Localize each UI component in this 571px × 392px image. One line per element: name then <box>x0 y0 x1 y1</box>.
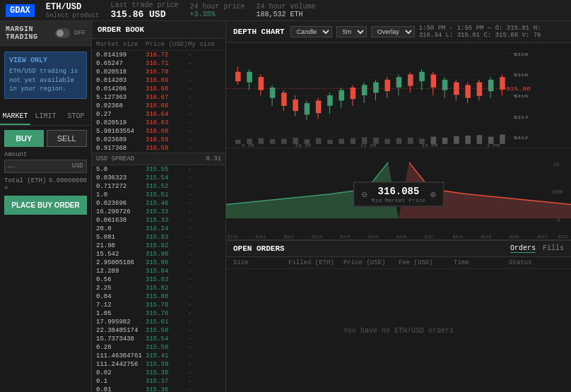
svg-rect-57 <box>281 138 287 143</box>
order-book-bid-row: 111.46304761315.41· <box>92 352 225 360</box>
order-book-ask-row: 0.917368316.58· <box>92 144 225 153</box>
total-label: Total (ETH) = <box>4 177 49 191</box>
order-book-bid-row: 21.98315.92· <box>92 242 225 250</box>
candle-select[interactable]: Candle <box>290 26 332 37</box>
svg-rect-32 <box>384 80 390 91</box>
spread-value: 0.31 <box>206 155 221 162</box>
depth-chart-title: DEPTH CHART <box>233 28 285 36</box>
svg-rect-20 <box>316 100 322 113</box>
margin-toggle[interactable] <box>55 28 70 38</box>
svg-text:$315: $315 <box>368 234 379 239</box>
tab-limit[interactable]: LIMIT <box>30 109 61 125</box>
overlay-select[interactable]: Overlay <box>371 26 415 37</box>
svg-rect-16 <box>293 100 298 111</box>
svg-rect-38 <box>419 72 425 81</box>
volume-label: 24 hour volume <box>256 3 315 11</box>
interval-select[interactable]: 5m <box>336 26 367 37</box>
chart-info: 1:50 PM - 1:55 PM — O: 315.81 H: 316.34 … <box>419 25 564 39</box>
spread-label: USD SPREAD <box>96 155 134 162</box>
total-row: Total (ETH) = 0.00000000 <box>0 176 91 196</box>
svg-rect-52 <box>500 77 505 90</box>
svg-rect-70 <box>431 136 437 143</box>
view-only-text: ETH/USD trading is not yet available in … <box>9 67 82 94</box>
ask-rows: 0.014199316.72·0.65247316.71·0.020518316… <box>92 51 225 153</box>
svg-text:0: 0 <box>557 218 560 223</box>
order-book-bid-row: 2.25315.82· <box>92 284 225 292</box>
main-layout: MARGIN TRADING OFF VIEW ONLY ETH/USD tra… <box>0 21 571 392</box>
svg-rect-66 <box>384 138 390 143</box>
svg-rect-14 <box>281 93 287 106</box>
tab-stop[interactable]: STOP <box>61 109 91 125</box>
col-time: Time <box>454 259 509 266</box>
order-tabs: MARKET LIMIT STOP <box>0 109 91 126</box>
svg-rect-62 <box>339 138 344 143</box>
order-book-ask-row: 0.020518316.70· <box>92 68 225 76</box>
bid-rows: 5.0315.55·0.036323315.54·0.717272315.52·… <box>92 165 225 392</box>
order-book-rows: 0.014199316.72·0.65247316.71·0.020518316… <box>92 51 225 392</box>
tab-orders[interactable]: Orders <box>510 244 536 253</box>
svg-text:315.86: 315.86 <box>506 86 531 92</box>
last-trade-stat: Last trade price 315.86 USD <box>110 1 178 20</box>
order-book-ask-row: 5.127363316.67· <box>92 93 225 102</box>
trading-pair: ETH/USD <box>46 2 100 12</box>
order-book-bid-row: 2.95005186315.86· <box>92 259 225 267</box>
order-book-ask-row: 0.27316.64· <box>92 110 225 119</box>
col-status: Status <box>509 259 564 266</box>
buy-button[interactable]: BUY <box>4 130 44 147</box>
open-orders-title: OPEN ORDERS <box>233 244 285 253</box>
sell-button[interactable]: SELL <box>47 130 88 147</box>
order-book-ask-row: 0.014206316.68· <box>92 85 225 93</box>
order-book-bid-row: 15.7373438315.54· <box>92 335 225 343</box>
order-book-bid-row: 111.2442756315.39· <box>92 360 225 369</box>
logo[interactable]: GDAX <box>6 4 35 17</box>
svg-rect-50 <box>488 80 494 91</box>
last-trade-value: 315.86 USD <box>110 9 178 20</box>
col-market-size: Market size <box>96 41 146 48</box>
svg-text:$319: $319 <box>481 234 492 239</box>
currency-label: USD <box>72 162 83 170</box>
order-book-ask-row: 0.014203316.69· <box>92 76 225 85</box>
tab-market[interactable]: MARKET <box>0 109 30 125</box>
svg-rect-73 <box>465 136 471 144</box>
svg-rect-56 <box>270 139 276 144</box>
place-order-button[interactable]: PLACE BUY ORDER <box>4 196 87 215</box>
svg-text:$310: $310 <box>228 234 238 239</box>
chart-controls: Candle 5m Overlay 1:50 PM - 1:55 PM — O:… <box>290 25 564 39</box>
pair-info[interactable]: ETH/USD Select product <box>46 2 100 19</box>
order-book-bid-row: 12.289315.84· <box>92 267 225 275</box>
svg-rect-67 <box>396 138 402 144</box>
tab-fills[interactable]: Fills <box>543 244 564 253</box>
candlestick-chart: 315.86 $320 $318 $316 $314 $312 9 AM 10 … <box>226 43 571 148</box>
amount-input[interactable] <box>8 162 50 170</box>
col-price: Price (USD) <box>343 259 399 266</box>
col-my-size: My size <box>188 41 223 48</box>
chart-header: DEPTH CHART Candle 5m Overlay 1:50 PM - … <box>226 21 571 43</box>
open-orders-panel: OPEN ORDERS Orders Fills Size Filled (ET… <box>226 240 571 392</box>
orders-empty-message: You have no ETH/USD orders <box>226 269 571 392</box>
svg-rect-64 <box>362 137 367 144</box>
svg-rect-30 <box>373 83 379 93</box>
svg-rect-48 <box>477 83 483 96</box>
svg-rect-10 <box>259 77 264 90</box>
svg-rect-12 <box>270 88 276 98</box>
svg-text:2k: 2k <box>553 162 559 167</box>
svg-rect-58 <box>293 138 298 144</box>
svg-rect-6 <box>235 72 241 81</box>
order-book-bid-row: 20.0316.24· <box>92 225 225 233</box>
svg-rect-40 <box>431 74 437 88</box>
col-filled: Filled (ETH) <box>288 259 343 266</box>
order-book-bid-row: 0.02315.38· <box>92 369 225 377</box>
depth-chart-area: DEPTH CHART Candle 5m Overlay 1:50 PM - … <box>226 21 571 240</box>
svg-text:$317: $317 <box>425 234 435 239</box>
svg-text:$320: $320 <box>509 234 519 239</box>
svg-text:$314: $314 <box>514 115 529 119</box>
svg-rect-71 <box>442 138 448 144</box>
order-book-ask-row: 0.65247316.71· <box>92 59 225 68</box>
svg-rect-8 <box>247 72 252 83</box>
order-book-bid-row: 1.0315.51· <box>92 191 225 199</box>
mid-price-value: 316.085 <box>372 185 426 196</box>
svg-rect-76 <box>500 135 505 144</box>
svg-rect-36 <box>408 74 413 85</box>
order-book-bid-row: 0.061638315.33· <box>92 216 225 225</box>
change-stat: 24 hour price +3.35% <box>189 3 245 18</box>
